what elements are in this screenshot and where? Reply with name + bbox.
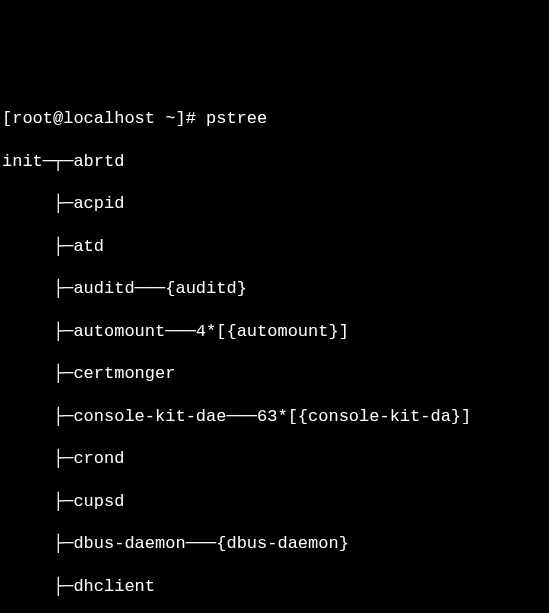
- terminal-output: [root@localhost ~]# pstree init─┬─abrtd …: [2, 87, 547, 613]
- pstree-line: ├─acpid: [2, 193, 547, 214]
- pstree-line: ├─certmonger: [2, 363, 547, 384]
- shell-prompt: [root@localhost ~]#: [2, 109, 206, 128]
- pstree-line: ├─crond: [2, 448, 547, 469]
- pstree-line: ├─atd: [2, 236, 547, 257]
- pstree-line: ├─dbus-daemon───{dbus-daemon}: [2, 533, 547, 554]
- pstree-line: ├─auditd───{auditd}: [2, 278, 547, 299]
- command-line: [root@localhost ~]# pstree: [2, 108, 547, 129]
- pstree-line: init─┬─abrtd: [2, 151, 547, 172]
- command-text: pstree: [206, 109, 267, 128]
- pstree-line: ├─dhclient: [2, 576, 547, 597]
- pstree-line: ├─cupsd: [2, 491, 547, 512]
- pstree-line: ├─console-kit-dae───63*[{console-kit-da}…: [2, 406, 547, 427]
- pstree-line: ├─automount───4*[{automount}]: [2, 321, 547, 342]
